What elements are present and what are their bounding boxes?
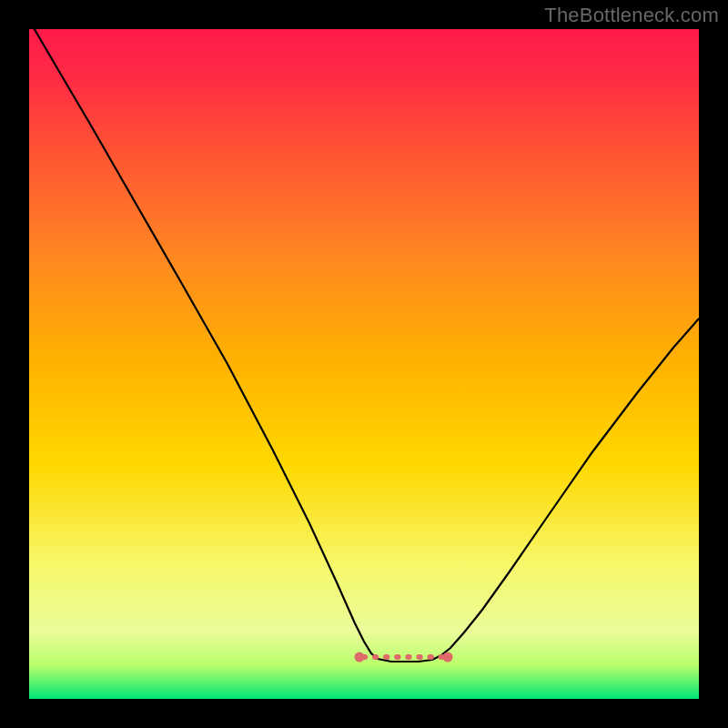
svg-rect-6 xyxy=(405,654,411,660)
svg-rect-2 xyxy=(361,654,368,660)
watermark-text: TheBottleneck.com xyxy=(544,4,719,27)
svg-rect-9 xyxy=(439,654,445,660)
plot-svg xyxy=(0,0,728,728)
svg-rect-8 xyxy=(428,654,434,660)
svg-rect-5 xyxy=(394,654,400,660)
svg-rect-4 xyxy=(383,654,389,660)
plot-container: TheBottleneck.com xyxy=(0,0,728,728)
plot-background xyxy=(29,29,699,699)
svg-rect-3 xyxy=(372,654,379,660)
svg-rect-7 xyxy=(416,654,422,660)
